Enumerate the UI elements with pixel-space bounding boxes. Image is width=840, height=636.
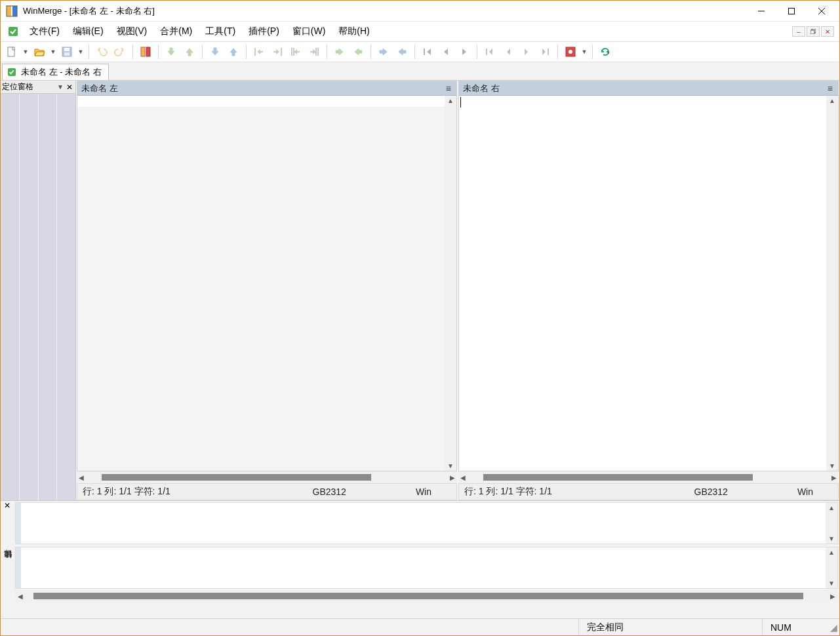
svg-rect-14 [141,47,145,56]
dropdown-icon[interactable]: ▼ [22,43,30,60]
toolbar-separator [477,45,477,59]
svg-point-26 [569,50,572,54]
left-pane: 未命名 左 ≡ ▲▼ [77,81,457,471]
dropdown-icon: ▼ [77,43,85,60]
new-button[interactable] [3,43,20,60]
location-pane-title: 定位窗格 [2,81,56,92]
dropdown-icon[interactable]: ▼ [580,43,588,60]
minimize-button[interactable] [746,1,776,21]
nav-prev-button [500,43,517,60]
menu-tools[interactable]: 工具(T) [199,23,242,40]
nav-first-button [481,43,498,60]
arrow-left-button [350,43,367,60]
svg-rect-22 [424,49,425,55]
diff-pane-close-icon[interactable]: ✕ [1,501,14,511]
resize-grip-icon[interactable]: ◢ [828,622,839,633]
svg-rect-7 [9,27,18,36]
first-button [419,43,436,60]
svg-rect-17 [281,48,282,56]
svg-rect-4 [789,8,795,14]
left-pane-status: 行: 1 列: 1/1 字符: 1/1 GB2312 Win [77,483,457,500]
vscrollbar[interactable]: ▲▼ [826,547,837,588]
chevron-down-icon[interactable]: ▼ [56,83,65,90]
open-button[interactable] [31,43,48,60]
toolbar: ▼▼▼▼ [1,41,839,62]
menu-file[interactable]: 文件(F) [23,23,66,40]
toolbar-separator [246,45,247,59]
pane-menu-icon[interactable]: ≡ [445,83,452,94]
location-pane-close-icon[interactable]: ✕ [65,83,74,92]
left-editor[interactable] [77,96,445,471]
menu-view[interactable]: 视图(V) [110,23,154,40]
nav-first-icon [484,46,496,58]
document-tab[interactable]: 未命名 左 - 未命名 右 [2,64,109,80]
svg-rect-1 [12,6,17,16]
mdi-minimize-button[interactable]: – [792,26,805,37]
refresh-button[interactable] [597,43,614,60]
options-button[interactable] [562,43,579,60]
svg-rect-20 [317,48,319,56]
diff-down-icon [209,46,221,58]
svg-rect-12 [64,48,70,51]
vscrollbar[interactable]: ▲▼ [826,96,838,471]
diff-hscrollbar[interactable]: ◀▶ [15,590,838,602]
new-icon [6,46,18,58]
vscrollbar[interactable]: ▲▼ [826,503,837,544]
nav-last-icon [539,46,551,58]
diff-up-button [225,43,242,60]
merge-left-icon [253,46,265,58]
right-pane: 未命名 右 ≡ ▲▼ [458,81,839,471]
arrow-rr-icon [378,46,390,58]
right-status-eol: Win [792,487,818,497]
menu-window[interactable]: 窗口(W) [286,23,332,40]
mdi-close-button[interactable]: ✕ [821,26,834,37]
close-button[interactable] [807,1,837,21]
location-pane-body[interactable] [1,94,75,500]
menu-edit[interactable]: 编辑(E) [66,23,110,40]
right-pane-title: 未命名 右 [463,83,826,94]
first-icon [422,46,433,58]
right-editor[interactable] [459,96,826,471]
dropdown-icon[interactable]: ▼ [49,43,57,60]
toolbar-separator [158,45,159,59]
right-pane-header: 未命名 右 ≡ [459,81,838,96]
diff-pane-label: 比较详情 [1,511,14,618]
nav-prev-icon [502,46,514,58]
undo-icon [96,46,108,58]
undo-button [93,43,110,60]
toolbar-separator [327,45,327,59]
diff-row-bottom: ▲▼ [15,547,838,589]
hscrollbar-left[interactable]: ◀▶ [77,471,457,483]
compare-panes: 未命名 左 ≡ ▲▼ 未命名 右 ≡ [76,81,839,471]
mdi-restore-button[interactable] [807,26,820,37]
toolbar-separator [592,45,593,59]
diff-row-top: ▲▼ [15,502,838,544]
compare-button[interactable] [137,43,154,60]
save-button [58,43,75,60]
maximize-button[interactable] [776,1,807,21]
toolbar-separator [202,45,203,59]
merge-left-all-icon [290,46,302,58]
merge-right-icon [271,46,283,58]
nav-last-button [536,43,553,60]
arrow-right-icon [334,46,346,58]
left-pane-title: 未命名 左 [81,83,445,94]
hscrollbar-right[interactable]: ◀▶ [458,471,839,483]
menu-help[interactable]: 帮助(H) [332,23,376,40]
menu-merge[interactable]: 合并(M) [153,23,199,40]
location-pane-header: 定位窗格 ▼ ✕ [1,81,75,94]
arrow-ll-icon [396,46,408,58]
diff-row-body[interactable] [21,547,826,588]
toolbar-separator [370,45,371,59]
vscrollbar[interactable]: ▲▼ [445,96,456,471]
svg-rect-16 [254,48,256,56]
prev-page-icon [440,46,452,58]
pane-menu-icon[interactable]: ≡ [826,83,834,94]
diff-row-body[interactable] [21,503,826,544]
menu-plugins[interactable]: 插件(P) [242,23,286,40]
diff-prev-button [181,43,198,60]
mdi-controls: – ✕ [792,26,837,37]
arrow-ll-button [393,43,410,60]
next-page-button [456,43,473,60]
window-title: WinMerge - [未命名 左 - 未命名 右] [23,5,155,17]
